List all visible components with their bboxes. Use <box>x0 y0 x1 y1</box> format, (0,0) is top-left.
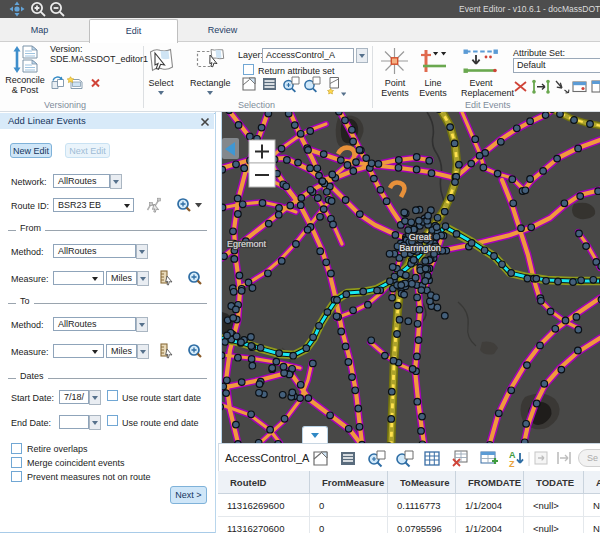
svg-text:Z: Z <box>509 459 515 469</box>
svg-text:Barrington: Barrington <box>399 243 441 253</box>
svg-text:Egremont: Egremont <box>227 239 267 249</box>
svg-text:Great: Great <box>409 232 432 242</box>
